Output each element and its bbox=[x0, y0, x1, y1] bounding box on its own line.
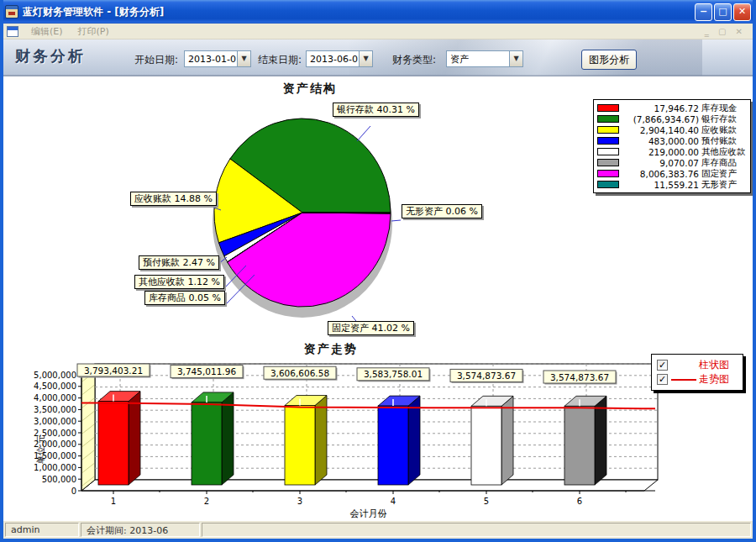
page-title: 财务分析 bbox=[15, 46, 86, 66]
legend-name: 应收账款 bbox=[701, 124, 737, 136]
bar-legend-panel: ✓柱状图✓走势图 bbox=[651, 354, 743, 391]
bar-column-1 bbox=[98, 402, 129, 485]
legend-color-swatch bbox=[597, 137, 619, 145]
pie-label-银行存款: 银行存款 40.31 % bbox=[333, 103, 419, 117]
legend-amount: (7,866,934.67) bbox=[622, 114, 699, 124]
legend-amount: 11,559.21 bbox=[622, 180, 699, 190]
x-tick-label: 1 bbox=[111, 497, 116, 506]
callout-line bbox=[391, 220, 401, 221]
legend-item: 17,946.72库存现金 bbox=[597, 103, 747, 113]
legend-name: 库存现金 bbox=[701, 103, 737, 114]
legend-name: 库存商品 bbox=[701, 157, 737, 169]
value-label: 3,574,873.67 bbox=[457, 371, 516, 381]
legend-name: 预付账款 bbox=[701, 135, 737, 147]
pie-label-库存商品: 库存商品 0.05 % bbox=[144, 291, 225, 305]
checkbox[interactable]: ✓ bbox=[657, 360, 668, 371]
mdi-child-icon[interactable] bbox=[7, 26, 18, 37]
menu-edit[interactable]: 编辑(E) bbox=[24, 24, 71, 39]
y-axis-title: 单位:元 bbox=[35, 434, 45, 465]
pie-label-无形资产: 无形资产 0.06 % bbox=[402, 204, 482, 218]
bar-column-3 bbox=[285, 406, 315, 485]
value-label: 3,583,758.01 bbox=[364, 369, 423, 379]
x-tick-label: 4 bbox=[391, 497, 396, 506]
legend-color-swatch bbox=[597, 159, 619, 166]
legend-name: 无形资产 bbox=[701, 179, 737, 191]
legend-color-swatch bbox=[597, 126, 619, 134]
legend-name: 其他应收款 bbox=[701, 146, 746, 158]
legend-item: 2,904,140.40应收账款 bbox=[597, 124, 747, 135]
status-bar: admin 会计期间: 2013-06 bbox=[3, 520, 753, 539]
menu-bar: 编辑(E) 打印(P) ‗ ▢ ✕ bbox=[3, 24, 753, 39]
legend-color-swatch bbox=[597, 115, 619, 123]
start-date-combo[interactable]: 2013-01-01 ▼ bbox=[184, 50, 251, 67]
window-title: 蓝灯财务管理软件 - [财务分析] bbox=[23, 5, 693, 19]
bar-chart: 0500,0001,000,0001,500,0002,000,0002,500… bbox=[34, 357, 662, 521]
value-label: 3,606,606.58 bbox=[270, 368, 329, 378]
chevron-down-icon[interactable]: ▼ bbox=[359, 51, 372, 66]
status-user: admin bbox=[5, 523, 79, 537]
status-period: 会计期间: 2013-06 bbox=[81, 523, 200, 537]
start-date-value: 2013-01-01 bbox=[185, 54, 237, 65]
legend-color-swatch bbox=[597, 148, 619, 155]
bar-column-6 bbox=[564, 406, 595, 485]
minimize-button[interactable]: − bbox=[695, 3, 712, 21]
chevron-down-icon[interactable]: ▼ bbox=[237, 51, 250, 66]
pie-label-固定资产: 固定资产 41.02 % bbox=[328, 321, 414, 335]
legend-item: 483,000.00预付账款 bbox=[597, 135, 747, 146]
legend-amount: 17,946.72 bbox=[622, 103, 699, 113]
legend-item: 9,070.07库存商品 bbox=[597, 157, 747, 168]
header-banner: 财务分析 开始日期: 2013-01-01 ▼ 结束日期: 2013-06-01… bbox=[3, 39, 753, 76]
end-date-combo[interactable]: 2013-06-01 ▼ bbox=[306, 50, 373, 67]
trend-line-icon bbox=[671, 379, 696, 381]
y-tick-label: 3,000,000 bbox=[34, 417, 76, 426]
bar-side bbox=[129, 392, 140, 485]
bar-legend-label: 柱状图 bbox=[699, 358, 729, 372]
end-date-value: 2013-06-01 bbox=[307, 54, 359, 65]
bar-column-5 bbox=[471, 406, 501, 485]
end-date-label: 结束日期: bbox=[258, 53, 302, 67]
bar-legend-item: ✓走势图 bbox=[657, 372, 738, 387]
legend-amount: 9,070.07 bbox=[622, 158, 699, 168]
bar-legend-label: 走势图 bbox=[699, 372, 729, 387]
value-label: 3,574,873.67 bbox=[550, 372, 609, 382]
legend-color-swatch bbox=[597, 181, 619, 188]
legend-color-swatch bbox=[597, 170, 619, 177]
close-button[interactable]: ✕ bbox=[733, 3, 751, 21]
chart-client-area: 资产结构 银行存款 40.31 %应收账款 14.88 %预付账款 2.47 %… bbox=[3, 76, 753, 520]
pie-legend: 17,946.72库存现金(7,866,934.67)银行存款2,904,140… bbox=[593, 99, 751, 193]
maximize-button[interactable]: □ bbox=[714, 3, 732, 21]
legend-amount: 219,000.00 bbox=[622, 147, 699, 157]
app-icon bbox=[5, 5, 18, 18]
x-tick-label: 6 bbox=[577, 497, 582, 506]
pie-label-预付账款: 预付账款 2.47 % bbox=[139, 255, 219, 270]
pie-label-应收账款: 应收账款 14.88 % bbox=[130, 192, 217, 206]
y-tick-label: 0 bbox=[71, 487, 76, 496]
start-date-label: 开始日期: bbox=[134, 53, 178, 67]
status-empty bbox=[202, 523, 751, 537]
menu-print[interactable]: 打印(P) bbox=[71, 24, 117, 39]
bar-column-2 bbox=[192, 403, 222, 485]
finance-type-combo[interactable]: 资产 ▼ bbox=[446, 50, 523, 67]
legend-item: 11,559.21无形资产 bbox=[597, 179, 747, 190]
x-tick-label: 2 bbox=[204, 497, 209, 506]
y-tick-label: 3,500,000 bbox=[34, 405, 76, 414]
legend-item: (7,866,934.67)银行存款 bbox=[597, 113, 747, 124]
legend-amount: 483,000.00 bbox=[622, 136, 699, 146]
checkbox[interactable]: ✓ bbox=[657, 374, 668, 385]
x-tick-label: 5 bbox=[484, 497, 489, 506]
legend-item: 219,000.00其他应收款 bbox=[597, 146, 747, 157]
bar-chart-title: 资产走势 bbox=[3, 342, 659, 357]
legend-amount: 8,006,383.76 bbox=[622, 169, 699, 179]
graph-analyze-button[interactable]: 图形分析 bbox=[581, 50, 637, 70]
pie-label-其他应收款: 其他应收款 1.12 % bbox=[134, 275, 224, 289]
mdi-window-controls[interactable]: ‗ ▢ ✕ bbox=[705, 27, 746, 36]
y-tick-label: 4,500,000 bbox=[34, 382, 76, 391]
finance-type-label: 财务类型: bbox=[392, 53, 436, 67]
x-axis-title: 会计月份 bbox=[350, 508, 387, 519]
x-tick-label: 3 bbox=[297, 497, 302, 506]
bar-side bbox=[315, 396, 327, 485]
legend-amount: 2,904,140.40 bbox=[622, 125, 699, 135]
legend-color-swatch bbox=[597, 104, 619, 112]
chevron-down-icon[interactable]: ▼ bbox=[509, 51, 522, 66]
bar-column-4 bbox=[378, 406, 408, 485]
